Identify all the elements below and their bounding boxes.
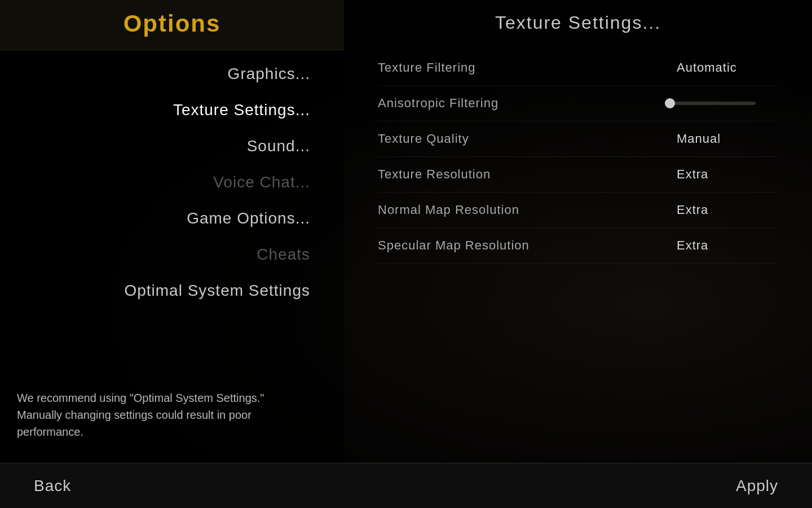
setting-value-texture-quality[interactable]: Manual bbox=[677, 132, 778, 146]
nav-item-game-options[interactable]: Game Options... bbox=[0, 200, 344, 237]
nav-item-optimal-system-settings[interactable]: Optimal System Settings bbox=[0, 273, 344, 309]
apply-button[interactable]: Apply bbox=[736, 477, 778, 495]
setting-label-normal-map-resolution: Normal Map Resolution bbox=[378, 203, 519, 217]
recommendation-text: We recommend using "Optimal System Setti… bbox=[17, 389, 288, 440]
nav-item-texture-settings[interactable]: Texture Settings... bbox=[0, 92, 344, 128]
settings-row-texture-resolution: Texture ResolutionExtra bbox=[378, 157, 778, 192]
recommendation-label: We recommend using "Optimal System Setti… bbox=[17, 392, 264, 438]
setting-label-texture-quality: Texture Quality bbox=[378, 132, 469, 146]
setting-value-normal-map-resolution[interactable]: Extra bbox=[677, 203, 778, 217]
right-panel: Texture Settings... Texture FilteringAut… bbox=[344, 0, 812, 463]
setting-value-specular-map-resolution[interactable]: Extra bbox=[677, 238, 778, 253]
bottom-bar: Back Apply bbox=[0, 463, 812, 508]
settings-row-texture-filtering: Texture FilteringAutomatic bbox=[378, 50, 778, 86]
nav-item-cheats: Cheats bbox=[0, 237, 344, 273]
slider-thumb-anisotropic-filtering[interactable] bbox=[665, 98, 675, 108]
setting-label-texture-filtering: Texture Filtering bbox=[378, 60, 476, 75]
slider-track-anisotropic-filtering bbox=[665, 102, 756, 105]
nav-item-graphics[interactable]: Graphics... bbox=[0, 56, 344, 92]
setting-label-specular-map-resolution: Specular Map Resolution bbox=[378, 238, 529, 253]
page-title: Options bbox=[0, 0, 344, 50]
slider-container-anisotropic-filtering bbox=[665, 102, 778, 105]
setting-value-texture-filtering[interactable]: Automatic bbox=[677, 60, 778, 75]
setting-value-texture-resolution[interactable]: Extra bbox=[677, 167, 778, 182]
nav-item-sound[interactable]: Sound... bbox=[0, 128, 344, 164]
nav-item-voice-chat: Voice Chat... bbox=[0, 164, 344, 200]
setting-label-texture-resolution: Texture Resolution bbox=[378, 167, 491, 182]
back-button[interactable]: Back bbox=[34, 477, 71, 495]
settings-row-specular-map-resolution: Specular Map ResolutionExtra bbox=[378, 228, 778, 264]
setting-label-anisotropic-filtering: Anisotropic Filtering bbox=[378, 96, 498, 111]
settings-row-anisotropic-filtering: Anisotropic Filtering bbox=[378, 86, 778, 121]
settings-row-texture-quality: Texture QualityManual bbox=[378, 121, 778, 157]
settings-row-normal-map-resolution: Normal Map ResolutionExtra bbox=[378, 192, 778, 228]
navigation-menu: Graphics...Texture Settings...Sound...Vo… bbox=[0, 50, 344, 314]
settings-panel-title: Texture Settings... bbox=[378, 0, 778, 50]
